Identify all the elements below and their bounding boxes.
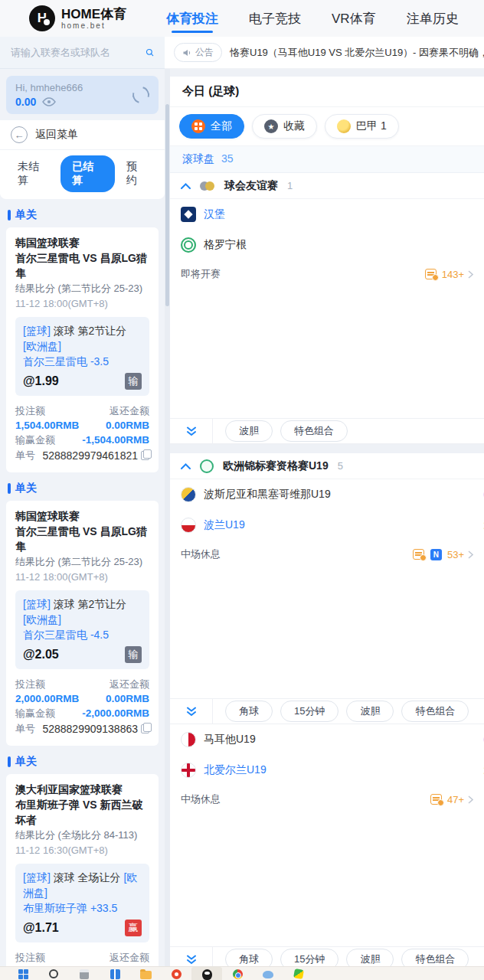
taskbar-app-red[interactable]	[161, 969, 191, 979]
match-row-away[interactable]: 北爱尔兰U19 1	[170, 755, 484, 786]
logo-subtitle: home.bet	[61, 21, 126, 30]
match-status-row[interactable]: 即将开赛 143+	[170, 260, 484, 288]
bet-league: 韩国篮球联赛	[15, 235, 149, 250]
tab-settled[interactable]: 已结算	[60, 155, 115, 192]
stake-label: 投注额	[15, 950, 45, 965]
markets-count: 53+	[447, 549, 464, 560]
app-icon	[80, 969, 89, 979]
tab-reserved[interactable]: 预约	[115, 155, 159, 192]
tab-unsettled[interactable]: 未结算	[6, 155, 60, 192]
notice-pill[interactable]: 公告	[174, 43, 222, 62]
bet-teams: 布里斯班子弹 VS 新西兰破坏者	[15, 797, 149, 828]
eye-icon[interactable]	[42, 97, 56, 106]
pl-value: -2,000.00RMB	[82, 706, 149, 720]
taskbar-file-explorer[interactable]	[130, 969, 161, 979]
friendly-balls-icon	[200, 181, 215, 191]
market-pill[interactable]: 特色组合	[401, 701, 469, 722]
nav-vr-sports[interactable]: VR体育	[332, 0, 376, 38]
nav-bet-history[interactable]: 注单历史	[407, 0, 459, 38]
section-club-friendly[interactable]: 球会友谊赛 1	[170, 173, 484, 199]
pl-label: 输赢金额	[15, 433, 55, 447]
star-icon: ★	[264, 119, 278, 133]
double-chevron-down-icon	[186, 955, 197, 965]
qq-penguin-icon	[202, 969, 212, 980]
taskbar-start-button[interactable]	[8, 969, 38, 979]
team-name: 马耳他U19	[204, 733, 256, 746]
sidebar: Hi, hmhehe666 0.00 ← 返回菜单 未结算 已结算 预约 单关 …	[0, 69, 165, 980]
match-row-home[interactable]: 马耳他U19 0	[170, 724, 484, 755]
chip-league-brazil[interactable]: 巴甲 1	[325, 114, 399, 139]
search-icon[interactable]	[146, 46, 154, 59]
team-name: 波兰U19	[204, 518, 245, 532]
market-odds-type: [欧洲盘]	[23, 340, 61, 352]
scrollbar-track[interactable]	[165, 69, 170, 980]
taskbar-qq[interactable]	[191, 967, 222, 980]
return-label: 返还金额	[110, 403, 149, 418]
bet-league: 韩国篮球联赛	[15, 508, 149, 524]
folder-icon	[140, 971, 152, 979]
bet-market-box: [篮球] 滚球 第2节让分 [欧洲盘] 首尔三星雷电 -4.5 @2.05 输	[15, 590, 149, 669]
match-status-row[interactable]: 中场休息 47+	[170, 786, 484, 813]
market-name: 滚球 第2节让分	[54, 325, 127, 337]
chevron-right-icon	[468, 270, 473, 279]
bet-type-label: 单关	[8, 755, 157, 769]
top-header: H HOME体育 home.bet 体育投注 电子竞技 VR体育 注单历史 赛果	[0, 0, 484, 37]
team-logo-bosnia	[181, 487, 196, 502]
markets-coupon-icon	[413, 549, 424, 560]
pl-value: -1,504.00RMB	[82, 433, 149, 447]
taskbar-app-generic[interactable]	[69, 969, 100, 979]
taskbar-chrome[interactable]	[222, 969, 253, 979]
nav-sports-betting[interactable]: 体育投注	[166, 0, 218, 38]
search-input[interactable]	[11, 47, 146, 58]
balance-value: 0.00	[15, 96, 36, 108]
megaphone-icon	[182, 48, 191, 57]
page-title: 今日 (足球)	[170, 77, 484, 107]
accent-bar	[8, 210, 11, 220]
bet-result-score: 结果比分 (第二节比分 25-23)	[15, 281, 149, 296]
match-row-away[interactable]: 格罗宁根	[170, 230, 484, 260]
taskbar-app-cloud[interactable]	[253, 969, 283, 978]
outcome-badge: 赢	[125, 920, 142, 936]
bet-result-score: 结果比分 (第二节比分 25-23)	[15, 554, 149, 570]
market-pill[interactable]: 15分钟	[280, 701, 338, 722]
chip-all[interactable]: 全部	[179, 114, 244, 139]
bet-tabs: 未结算 已结算 预约	[0, 150, 165, 199]
market-pill[interactable]: 特色组合	[280, 420, 348, 442]
chip-favorites[interactable]: ★ 收藏	[252, 114, 317, 139]
scrollbar-thumb[interactable]	[165, 104, 169, 306]
taskbar-app-map[interactable]	[283, 969, 314, 978]
return-label: 返还金额	[110, 677, 149, 691]
market-pill[interactable]: 角球	[225, 701, 273, 722]
team-name: 波斯尼亚和黑塞哥维那U19	[204, 488, 331, 501]
section-euro-u19[interactable]: 欧洲锦标赛资格赛U19 5	[170, 453, 484, 479]
market-odds-type: [欧洲盘]	[23, 613, 61, 626]
collapse-toggle[interactable]	[170, 699, 213, 724]
map-icon	[293, 969, 304, 979]
taskbar-search-button[interactable]	[38, 969, 69, 978]
order-label: 单号	[15, 721, 35, 737]
copy-icon[interactable]	[141, 451, 149, 460]
collapse-toggle[interactable]	[170, 419, 213, 443]
match-row-home[interactable]: 汉堡	[170, 199, 484, 230]
match-row-home[interactable]: 波斯尼亚和黑塞哥维那U19 0	[170, 479, 484, 510]
match-status-row[interactable]: 中场休息 N 53+	[170, 541, 484, 568]
bet-teams: 首尔三星雷电 VS 昌原LG猎隼	[15, 250, 149, 281]
odds-area-blank	[170, 568, 484, 698]
market-pill[interactable]: 波胆	[346, 701, 394, 722]
team-logo-malta	[181, 732, 196, 747]
live-count-row[interactable]: 滚球盘 35	[170, 146, 484, 173]
copy-icon[interactable]	[141, 724, 149, 733]
grid-icon	[191, 119, 205, 133]
return-label: 返还金额	[110, 950, 149, 965]
market-pill[interactable]: 波胆	[225, 420, 273, 442]
back-label: 返回菜单	[35, 128, 78, 142]
body-row: Hi, hmhehe666 0.00 ← 返回菜单 未结算 已结算 预约 单关 …	[0, 69, 484, 980]
site-logo[interactable]: H HOME体育 home.bet	[29, 5, 126, 31]
nav-esports[interactable]: 电子竞技	[249, 0, 301, 38]
bet-market-box: [篮球] 滚球 第2节让分 [欧洲盘] 首尔三星雷电 -3.5 @1.99 输	[15, 317, 149, 396]
league-badge-icon	[337, 119, 351, 133]
match-row-away[interactable]: 波兰U19 1	[170, 510, 484, 541]
back-to-menu[interactable]: ← 返回菜单	[0, 120, 165, 150]
taskbar-task-view[interactable]	[100, 969, 130, 979]
user-card: Hi, hmhehe666 0.00	[6, 76, 159, 114]
